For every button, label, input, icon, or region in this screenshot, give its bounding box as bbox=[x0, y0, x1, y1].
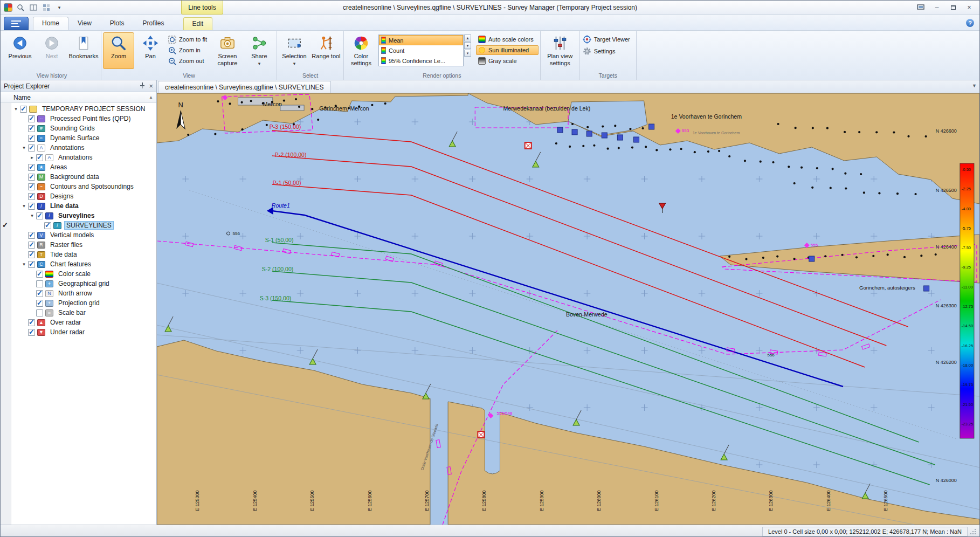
visibility-checkbox[interactable] bbox=[28, 164, 35, 171]
visibility-checkbox[interactable] bbox=[28, 183, 35, 190]
visibility-checkbox[interactable] bbox=[28, 203, 35, 210]
bookmarks-button[interactable]: Bookmarks bbox=[68, 32, 99, 69]
expander-icon[interactable]: ▾ bbox=[29, 213, 36, 218]
tab-profiles[interactable]: Profiles bbox=[134, 17, 174, 30]
toggle-sun[interactable]: Sun illuminated bbox=[476, 45, 539, 55]
application-menu-button[interactable] bbox=[4, 17, 29, 30]
visibility-checkbox[interactable] bbox=[28, 193, 35, 200]
expander-icon[interactable]: ▸ bbox=[29, 155, 36, 160]
tree-item-color-scale[interactable]: Color scale bbox=[11, 269, 156, 279]
column-header-name[interactable]: Name ▲ bbox=[1, 92, 156, 103]
close-button[interactable]: × bbox=[962, 3, 976, 12]
zoom-to-fit-button[interactable]: Zoom to fit bbox=[167, 35, 211, 44]
tree-item-temporary-project-session[interactable]: ▾TEMPORARY PROJECT SESSION bbox=[11, 104, 156, 114]
visibility-checkbox[interactable] bbox=[36, 300, 43, 307]
tree-item-processed-point-files-qpd-[interactable]: ∙∙Processed Point files (QPD) bbox=[11, 114, 156, 123]
screen-capture-button[interactable]: Screen capture bbox=[212, 32, 243, 69]
expander-icon[interactable]: ▾ bbox=[20, 203, 27, 209]
target-settings-button[interactable]: Settings bbox=[582, 46, 620, 56]
visibility-checkbox[interactable] bbox=[28, 242, 35, 249]
toggle-gray[interactable]: Gray scale bbox=[476, 56, 539, 66]
visibility-checkbox[interactable] bbox=[36, 212, 43, 219]
visibility-checkbox[interactable] bbox=[28, 115, 35, 122]
tab-list-caret-icon[interactable]: ▼ bbox=[972, 83, 977, 88]
tree-item-surveylines[interactable]: ▾/Surveylines bbox=[11, 211, 156, 221]
tree-item-contours-and-spotsoundings[interactable]: ~Contours and Spotsoundings bbox=[11, 182, 156, 191]
expander-icon[interactable]: ▾ bbox=[12, 106, 19, 112]
share-button[interactable]: Share bbox=[244, 32, 275, 69]
quick-zoom-icon[interactable] bbox=[16, 3, 25, 12]
color-settings-button[interactable]: Color settings bbox=[346, 32, 377, 69]
layer-scroll-down-icon[interactable]: ▼ bbox=[464, 42, 471, 49]
tree-item-chart-features[interactable]: ▾CChart features bbox=[11, 259, 156, 269]
tree-item-surveylines[interactable]: /SURVEYLINES bbox=[11, 221, 156, 230]
tree-item-areas[interactable]: ★Areas bbox=[11, 162, 156, 172]
zoom-in-button[interactable]: Zoom in bbox=[167, 45, 211, 55]
tab-plots[interactable]: Plots bbox=[101, 17, 134, 30]
tree-item-vertical-models[interactable]: VVertical models bbox=[11, 230, 156, 240]
expander-icon[interactable]: ▾ bbox=[20, 261, 27, 267]
zoom-button[interactable]: Zoom bbox=[103, 32, 134, 69]
target-viewer-button[interactable]: Target Viewer bbox=[582, 35, 634, 44]
layer-scroll-up-icon[interactable]: ▲ bbox=[464, 35, 471, 42]
layout-grid-icon[interactable] bbox=[42, 3, 51, 12]
visibility-checkbox[interactable] bbox=[28, 125, 35, 132]
visibility-checkbox[interactable] bbox=[28, 319, 35, 326]
layout-split-icon[interactable] bbox=[29, 3, 38, 12]
tree-item-geographical-grid[interactable]: +Geographical grid bbox=[11, 279, 156, 288]
tree-item-under-radar[interactable]: ▼Under radar bbox=[11, 327, 156, 337]
resize-grip[interactable] bbox=[970, 528, 976, 535]
visibility-checkbox[interactable] bbox=[28, 261, 35, 268]
tab-view[interactable]: View bbox=[68, 17, 101, 30]
tree-item-designs[interactable]: DDesigns bbox=[11, 191, 156, 201]
tree-item-raster-files[interactable]: RRaster files bbox=[11, 240, 156, 250]
document-tab[interactable]: createlinesonline \ Surveylines.qgfline … bbox=[158, 81, 331, 93]
minimize-button[interactable]: – bbox=[930, 3, 944, 12]
pan-button[interactable]: Pan bbox=[135, 32, 166, 69]
tab-home[interactable]: Home bbox=[33, 17, 68, 30]
visibility-checkbox[interactable] bbox=[44, 222, 51, 229]
visibility-checkbox[interactable] bbox=[28, 329, 35, 336]
expander-icon[interactable]: ▾ bbox=[20, 145, 27, 150]
tab-edit[interactable]: Edit bbox=[183, 17, 213, 30]
tree-item-line-data[interactable]: ▾/Line data bbox=[11, 201, 156, 211]
range-tool-button[interactable]: Range tool bbox=[310, 32, 342, 69]
tree-item-annotations[interactable]: ▾AAnnotations bbox=[11, 143, 156, 153]
visibility-checkbox[interactable] bbox=[28, 135, 35, 142]
visibility-checkbox[interactable] bbox=[28, 174, 35, 181]
visibility-checkbox[interactable] bbox=[36, 280, 43, 287]
tree-item-scale-bar[interactable]: =Scale bar bbox=[11, 308, 156, 318]
selection-button[interactable]: Selection bbox=[279, 32, 310, 69]
visibility-checkbox[interactable] bbox=[28, 232, 35, 239]
zoom-out-button[interactable]: Zoom out bbox=[167, 56, 211, 66]
tree-item-annotations[interactable]: ▸AAnnotations bbox=[11, 153, 156, 162]
fullscreen-icon[interactable] bbox=[914, 3, 928, 12]
pin-icon[interactable] bbox=[139, 82, 146, 90]
maximize-button[interactable] bbox=[946, 3, 960, 12]
tree-item-background-data[interactable]: MBackground data bbox=[11, 172, 156, 182]
visibility-checkbox[interactable] bbox=[36, 309, 43, 316]
toggle-auto[interactable]: Auto scale colors bbox=[476, 35, 539, 44]
help-icon[interactable]: ? bbox=[966, 19, 974, 27]
visibility-checkbox[interactable] bbox=[28, 144, 35, 152]
tree-item-sounding-grids[interactable]: #Sounding Grids bbox=[11, 123, 156, 133]
visibility-checkbox[interactable] bbox=[36, 290, 43, 297]
next-button[interactable]: Next bbox=[36, 32, 67, 69]
map-canvas[interactable]: N MerconGorinchem, MerconMerwedekanaal (… bbox=[157, 93, 979, 525]
layer-row[interactable]: 95% Confidence Le... bbox=[379, 56, 463, 66]
panel-close-icon[interactable]: × bbox=[149, 82, 153, 90]
tree-item-projection-grid[interactable]: +Projection grid bbox=[11, 298, 156, 308]
tree-item-tide-data[interactable]: TTide data bbox=[11, 250, 156, 259]
layer-row[interactable]: Mean bbox=[379, 35, 463, 45]
visibility-checkbox[interactable] bbox=[20, 106, 27, 113]
visibility-checkbox[interactable] bbox=[36, 154, 43, 161]
visibility-checkbox[interactable] bbox=[28, 251, 35, 258]
layer-more-icon[interactable]: ▾ bbox=[464, 50, 471, 57]
tree-item-dynamic-surface[interactable]: ≈Dynamic Surface bbox=[11, 133, 156, 143]
layer-row[interactable]: Count bbox=[379, 45, 463, 56]
tree-item-north-arrow[interactable]: NNorth arrow bbox=[11, 288, 156, 298]
quick-access-caret-icon[interactable] bbox=[54, 3, 64, 12]
map-viewport[interactable]: N MerconGorinchem, MerconMerwedekanaal (… bbox=[157, 93, 979, 525]
previous-button[interactable]: Previous bbox=[4, 32, 36, 69]
plan-view-settings-button[interactable]: Plan view settings bbox=[542, 32, 578, 69]
